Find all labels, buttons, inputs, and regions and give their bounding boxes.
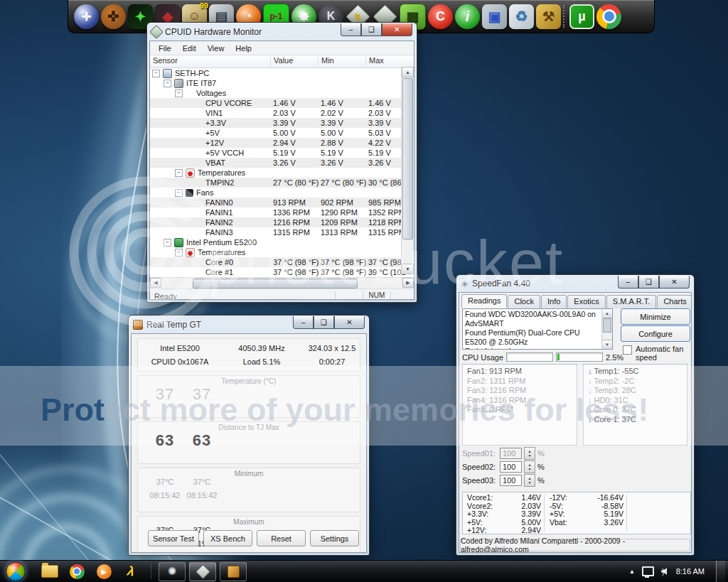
hwmonitor-titlebar[interactable]: CPUID Hardware Monitor – ❑ ✕ [147,23,417,41]
speedfan-tab[interactable]: Info [541,295,567,308]
speedfan-tab[interactable]: Clock [508,295,540,308]
speed-spinner[interactable]: ▲▼ [524,447,535,460]
hwmonitor-taskbar-button[interactable] [189,562,216,581]
recycle-bin-icon[interactable]: ♻ [509,4,534,29]
scroll-up-arrow[interactable]: ▲ [602,309,612,318]
volume-icon[interactable]: ) [661,568,664,576]
close-button[interactable]: ✕ [334,316,365,329]
detection-log[interactable]: Found WDC WD3200AAKS-00L9A0 on AdvSMARTF… [462,308,613,350]
checkbox-box[interactable] [623,345,632,355]
tree-expander[interactable]: − [175,90,183,97]
tree-expander[interactable]: − [175,189,183,197]
scroll-left-arrow[interactable]: ◀ [150,278,161,288]
tree-expander[interactable]: − [175,249,183,257]
aim-icon[interactable]: λ [122,563,139,580]
sensor-row[interactable]: −FANIN3 1315 RPM 1313 RPM 1315 RPM [150,227,414,237]
chrome-icon[interactable] [596,4,621,29]
maximize-button[interactable]: ❑ [314,316,334,329]
speedfan-titlebar[interactable]: ✳ SpeedFan 4.40 – ❑ ✕ [456,275,694,292]
sensor-row[interactable]: −FANIN1 1336 RPM 1290 RPM 1352 RPM [150,208,414,217]
show-desktop-button[interactable] [716,561,725,582]
speedfan-tab[interactable]: Charts [657,295,692,308]
speed-value-input[interactable]: 100 [500,475,522,486]
ccleaner-icon[interactable]: C [428,4,453,29]
sensor-row[interactable]: −ITE IT87 [150,78,414,88]
realtemp-button[interactable]: Settings [310,530,359,546]
tree-expander[interactable]: − [152,70,160,77]
sensor-row[interactable]: −TMPIN2 27 °C (80 °F) 27 °C (80 °F) 30 °… [150,178,414,188]
minimize-button[interactable]: – [341,23,361,36]
automatic-fan-speed-checkbox[interactable]: Automatic fan speed [623,345,691,362]
speedfan-taskbar-button[interactable]: ✺ [159,562,186,581]
tree-expander[interactable]: − [164,80,171,87]
speedfan-tab[interactable]: Readings [461,294,507,308]
speedfan-tab[interactable]: S.M.A.R.T. [606,295,657,308]
tree-expander[interactable]: − [164,239,171,247]
log-scrollbar[interactable]: ▲ ▼ [601,309,612,349]
menu-item[interactable]: Edit [177,43,202,54]
realtemp-titlebar[interactable]: Real Temp GT – ❑ ✕ [129,316,369,333]
hammer-tool-icon[interactable]: ⚒ [536,4,561,29]
sensor-row[interactable]: −Core #0 37 °C (98 °F) 37 °C (98 °F) 37 … [150,257,414,267]
realtemp-button[interactable]: XS Bench [203,530,252,546]
realtemp-button[interactable]: Reset [257,530,306,546]
sensor-row[interactable]: −Intel Pentium E5200 [150,237,414,247]
configure-button[interactable]: Configure [621,325,690,342]
menu-item[interactable]: View [202,43,230,54]
sensor-row[interactable]: −Temperatures [150,247,414,257]
column-sensor[interactable]: Sensor [150,55,271,68]
dock-separator[interactable] [563,5,567,28]
speed-spinner[interactable]: ▲▼ [524,460,535,473]
sensor-row[interactable]: −Core #1 37 °C (98 °F) 37 °C (98 °F) 39 … [150,267,414,277]
taskbar-clock[interactable]: 8:16 AM [672,567,709,576]
minimize-button[interactable]: – [618,276,638,289]
start-button[interactable] [6,561,26,581]
sensor-row[interactable]: −+12V 2.94 V 2.88 V 4.22 V [150,138,414,148]
close-button[interactable]: ✕ [382,23,412,36]
close-button[interactable]: ✕ [659,276,690,289]
scroll-thumb[interactable] [402,78,413,239]
sensor-row[interactable]: −+5V 5.00 V 5.00 V 5.03 V [150,128,414,138]
speed-spinner[interactable]: ▲▼ [524,474,535,487]
speed-value-input[interactable]: 100 [500,448,522,459]
minimize-button[interactable]: – [293,316,314,329]
scroll-down-arrow[interactable]: ▼ [602,340,612,349]
sensor-row[interactable]: −VBAT 3.26 V 3.26 V 3.26 V [150,158,414,168]
tree-expander[interactable]: − [175,169,183,177]
sensor-row[interactable]: −FANIN0 913 RPM 902 RPM 985 RPM [150,198,414,208]
sensor-row[interactable]: −+3.3V 3.39 V 3.39 V 3.39 V [150,118,414,128]
speed-value-input[interactable]: 100 [500,461,522,473]
hidden-icons-arrow[interactable]: ▲ [628,568,635,575]
column-max[interactable]: Max [366,55,409,68]
utorrent-icon[interactable]: µ [569,4,594,29]
media-player-taskbar-icon[interactable]: ▶ [95,563,112,580]
my-computer-icon[interactable]: ▣ [482,4,507,29]
column-min[interactable]: Min [318,55,366,68]
horizontal-scrollbar[interactable]: ◀ ▶ [150,277,414,289]
sensor-row[interactable]: −Temperatures [150,168,414,178]
sensor-row[interactable]: −FANIN2 1216 RPM 1209 RPM 1218 RPM [150,217,414,227]
speedfan-tab[interactable]: Exotics [567,295,605,308]
sensor-row[interactable]: −SETH-PC [150,68,414,78]
sensor-row[interactable]: −CPU VCORE 1.46 V 1.46 V 1.46 V [150,98,414,108]
sensor-row[interactable]: −VIN1 2.03 V 2.02 V 2.03 V [150,108,414,118]
siw-info-icon[interactable]: i [455,4,480,29]
column-value[interactable]: Value [271,55,318,68]
minimize-app-button[interactable]: Minimize [621,308,690,325]
vertical-scrollbar[interactable]: ▲ ▼ [401,67,414,274]
hscroll-thumb[interactable] [193,279,358,289]
counter-strike-icon[interactable]: ✛ [74,4,99,29]
realtemp-button[interactable]: Sensor Test [148,530,199,546]
sensor-row[interactable]: −Fans [150,188,414,198]
explorer-icon[interactable] [41,563,58,580]
network-icon[interactable] [642,566,654,576]
sensor-row[interactable]: −Voltages [150,88,414,98]
maximize-button[interactable]: ❑ [638,276,659,289]
maximize-button[interactable]: ❑ [361,23,382,36]
menu-item[interactable]: Help [230,43,257,54]
realtemp-taskbar-button[interactable] [220,562,247,581]
team-fortress-icon[interactable]: ✜ [101,4,126,29]
chrome-taskbar-icon[interactable] [68,563,85,580]
scroll-down-arrow[interactable]: ▼ [402,264,414,274]
scroll-up-arrow[interactable]: ▲ [402,67,414,77]
